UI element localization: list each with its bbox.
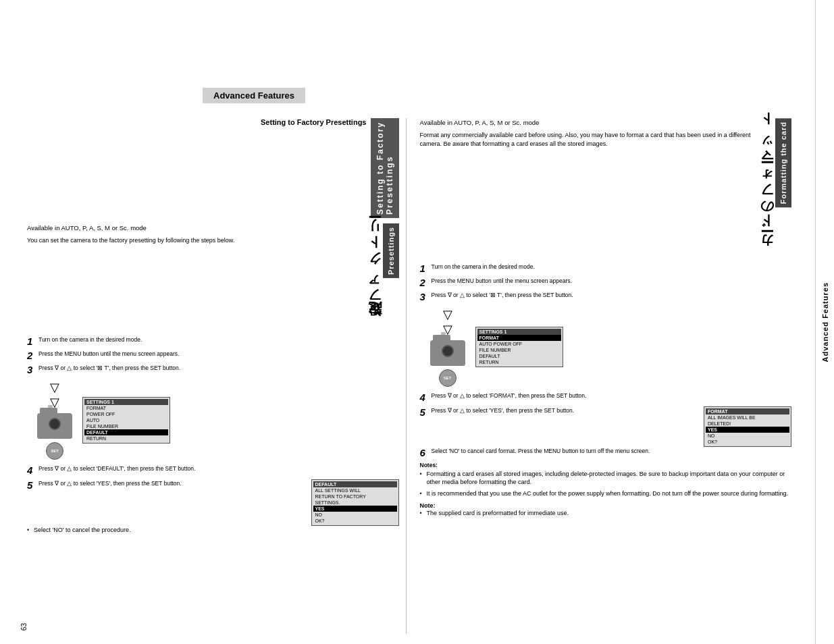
right-step-6-num: 6 — [420, 447, 428, 458]
left-step-2-text: Press the MENU button until the menu scr… — [38, 350, 179, 358]
left-section-heading: Setting to Factory Presettings Setting t… — [27, 118, 399, 218]
left-step-4-num: 4 — [27, 464, 35, 476]
right-column: Available in AUTO, P, A, S, M or Sc. mod… — [407, 118, 802, 634]
page-container: 63 Advanced Features Setting to Factory … — [0, 0, 834, 644]
right-step-1-text: Turn on the camera in the desired mode. — [432, 263, 535, 271]
settings-button-right: SET — [439, 369, 457, 387]
right-notes: Notes: Formatting a card erases all stor… — [420, 462, 792, 498]
right-note-2: It is recommended that you use the AC ou… — [420, 489, 792, 498]
right-availability: Available in AUTO, P, A, S, M or Sc. mod… — [420, 118, 754, 127]
right-step-5: 5 Press ∇ or △ to select 'YES', then pre… — [420, 406, 698, 418]
right-step-1-num: 1 — [420, 263, 428, 274]
right-step-2-text: Press the MENU button until the menu scr… — [432, 277, 572, 285]
camera-graphic-right — [430, 340, 465, 366]
right-sidebar-text: Advanced Features — [821, 282, 829, 362]
left-step-1: 1 Turn on the camera in the desired mode… — [27, 336, 399, 347]
right-note-item-1: The supplied card is preformatted for im… — [420, 509, 792, 518]
camera-graphic-left — [37, 413, 72, 439]
left-step-3-text: Press ∇ or △ to select '⊠ T', then press… — [38, 364, 180, 372]
left-step-1-num: 1 — [27, 336, 35, 347]
right-step-3-text: Press ∇ or △ to select '⊠ T', then press… — [432, 291, 573, 299]
left-step-2: 2 Press the MENU button until the menu s… — [27, 350, 399, 361]
left-bullet: Select 'NO' to cancel the procedure. — [27, 526, 399, 535]
right-intro: Format any commercially available card b… — [420, 131, 754, 149]
right-sidebar: Advanced Features — [815, 0, 834, 644]
left-menu-box-1: SETTINGS 1 FORMAT POWER OFF AUTO FILE NU… — [82, 397, 170, 444]
right-step-4-num: 4 — [420, 392, 428, 403]
left-title-en: Setting to Factory Presettings — [261, 118, 366, 126]
left-step-4-text: Press ∇ or △ to select 'DEFAULT', then p… — [38, 464, 195, 473]
right-note-label: Note: — [420, 502, 436, 509]
right-note-1: Formatting a card erases all stored imag… — [420, 470, 792, 487]
right-note-section: Note: The supplied card is preformatted … — [420, 502, 792, 518]
right-step-2: 2 Press the MENU button until the menu s… — [420, 277, 792, 288]
left-title-box: Presettings — [383, 223, 399, 278]
left-step-5-text: Press ∇ or △ to select 'YES', then press… — [38, 479, 182, 487]
right-title-vertical: カードのフォーマット — [760, 118, 773, 256]
settings-button-left: SET — [46, 442, 63, 460]
right-title-box: Formatting the card — [775, 118, 791, 207]
columns-wrapper: Setting to Factory Presettings Setting t… — [14, 118, 802, 634]
right-step-3: 3 Press ∇ or △ to select '⊠ T', then pre… — [420, 291, 792, 302]
right-menu-box-1: SETTINGS 1 FORMAT AUTO POWER OFF FILE NU… — [475, 327, 563, 367]
right-step-4: 4 Press ∇ or △ to select 'FORMAT', then … — [420, 392, 792, 403]
right-step-5-num: 5 — [420, 406, 428, 418]
left-availability: Available in AUTO, P, A, S, M or Sc. mod… — [27, 223, 361, 232]
left-intro: You can set the camera to the factory pr… — [27, 236, 361, 245]
left-column: Setting to Factory Presettings Setting t… — [14, 118, 407, 634]
main-content: Advanced Features Setting to Factory Pre… — [0, 0, 815, 644]
left-step-4: 4 Press ∇ or △ to select 'DEFAULT', then… — [27, 464, 399, 476]
right-step-2-num: 2 — [420, 277, 428, 288]
right-notes-label: Notes: — [420, 462, 438, 468]
right-note-bottom: Note: The supplied card is preformatted … — [420, 502, 792, 518]
right-menu-box-2: FORMAT ALL IMAGES WILL BE DELETED! YES N… — [704, 406, 791, 447]
left-title-vertical: 設定をファクトリー — [367, 223, 381, 329]
left-step-5: 5 Press ∇ or △ to select 'YES', then pre… — [27, 479, 305, 491]
left-title-badge: Setting to FactoryPresettings — [371, 118, 399, 218]
right-step-6: 6 Select 'NO' to cancel card format. Pre… — [420, 447, 792, 458]
left-step-5-num: 5 — [27, 479, 35, 491]
left-menu-box-2: DEFAULT ALL SETTINGS WILL RETURN TO FACT… — [311, 479, 399, 526]
right-step-6-text: Select 'NO' to cancel card format. Press… — [432, 447, 650, 455]
left-step-2-num: 2 — [27, 350, 35, 361]
right-step-1: 1 Turn on the camera in the desired mode… — [420, 263, 792, 274]
right-step-5-text: Press ∇ or △ to select 'YES', then press… — [432, 406, 575, 414]
right-step-4-text: Press ∇ or △ to select 'FORMAT', then pr… — [432, 392, 587, 400]
advanced-features-banner: Advanced Features — [203, 88, 305, 103]
left-step-3: 3 Press ∇ or △ to select '⊠ T', then pre… — [27, 364, 399, 375]
right-step-3-num: 3 — [420, 291, 428, 302]
left-step-1-text: Turn on the camera in the desired mode. — [38, 336, 142, 344]
left-step-3-num: 3 — [27, 364, 35, 375]
